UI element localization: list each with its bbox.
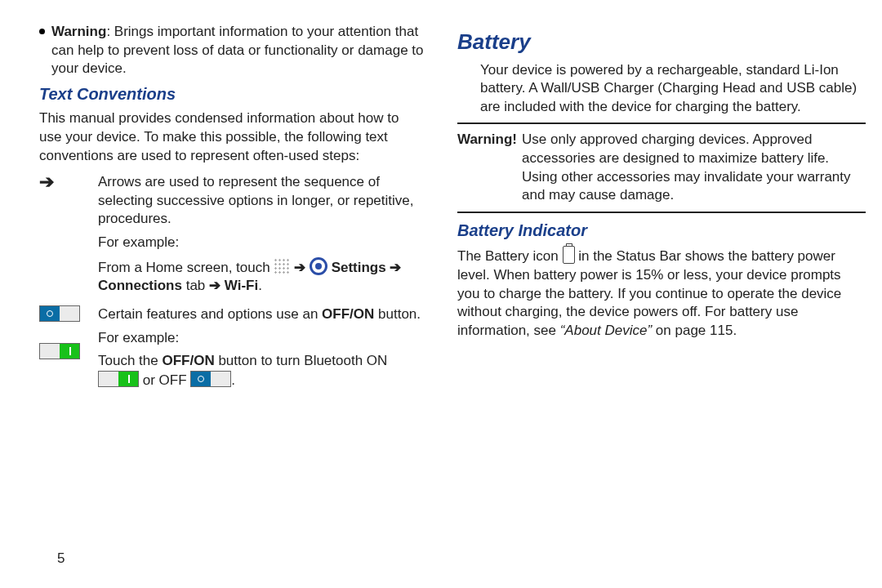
battery-paragraph: Your device is powered by a rechargeable… bbox=[457, 61, 866, 117]
text-conventions-intro: This manual provides condensed informati… bbox=[16, 109, 425, 165]
divider-top bbox=[457, 122, 866, 124]
divider-bottom bbox=[457, 212, 866, 213]
settings-gear-icon bbox=[310, 257, 327, 275]
arrow-convention-row: ➔ Arrows are used to represent the seque… bbox=[16, 173, 425, 297]
warning-text: Warning: Brings important information to… bbox=[51, 23, 425, 78]
arrow-example-prefix: From a Home screen, touch bbox=[98, 260, 274, 275]
ending-dot: . bbox=[258, 278, 262, 293]
wifi-label: Wi-Fi bbox=[225, 278, 258, 293]
warning-label: Warning bbox=[51, 24, 106, 39]
toggle-description: Certain features and options use an OFF/… bbox=[98, 305, 425, 324]
battery-indicator-heading: Battery Indicator bbox=[457, 220, 866, 242]
toggle-example-text: Touch the OFF/ON button to turn Bluetoot… bbox=[98, 352, 425, 390]
toggle-convention-row: Certain features and options use an OFF/… bbox=[16, 305, 425, 391]
toggle-off-inline-icon bbox=[190, 371, 231, 387]
toggle-on-icon bbox=[39, 343, 80, 359]
warning-bang-label: Warning! bbox=[457, 131, 517, 147]
text-conventions-heading: Text Conventions bbox=[16, 83, 425, 105]
toggle-symbol-cell bbox=[39, 305, 88, 391]
warning-body-text: Use only approved charging devices. Appr… bbox=[522, 131, 866, 204]
arrow-example-text: From a Home screen, touch ➔ Settings ➔ C… bbox=[98, 257, 425, 296]
arrow-symbol-cell: ➔ bbox=[39, 173, 88, 297]
arrow-inline-icon-3: ➔ bbox=[209, 278, 225, 293]
battery-heading: Battery bbox=[457, 28, 866, 56]
off-on-label-2: OFF/ON bbox=[162, 353, 214, 368]
bullet-dot bbox=[39, 29, 45, 34]
arrow-description: Arrows are used to represent the sequenc… bbox=[98, 173, 425, 229]
arrow-inline-icon-2: ➔ bbox=[390, 260, 401, 275]
page-number: 5 bbox=[57, 550, 65, 568]
about-device-reference: “About Device” bbox=[560, 323, 652, 338]
battery-indicator-paragraph: The Battery icon in the Status Bar shows… bbox=[457, 246, 866, 340]
toggle-on-inline-icon bbox=[98, 371, 139, 387]
connections-label: Connections bbox=[98, 278, 182, 293]
battery-icon bbox=[563, 246, 575, 264]
warning-block: Warning! Use only approved charging devi… bbox=[457, 131, 866, 204]
tab-word: tab bbox=[182, 278, 209, 293]
warning-body: : Brings important information to your a… bbox=[51, 24, 424, 76]
settings-label: Settings bbox=[332, 260, 386, 275]
warning-bullet: Warning: Brings important information to… bbox=[16, 23, 425, 78]
arrow-icon: ➔ bbox=[39, 172, 54, 192]
off-on-label-1: OFF/ON bbox=[322, 306, 374, 322]
arrow-inline-icon-1: ➔ bbox=[294, 260, 310, 275]
apps-grid-icon bbox=[274, 258, 290, 274]
arrow-example-label: For example: bbox=[98, 234, 425, 252]
toggle-example-label: For example: bbox=[98, 329, 425, 348]
toggle-off-icon bbox=[39, 305, 80, 322]
